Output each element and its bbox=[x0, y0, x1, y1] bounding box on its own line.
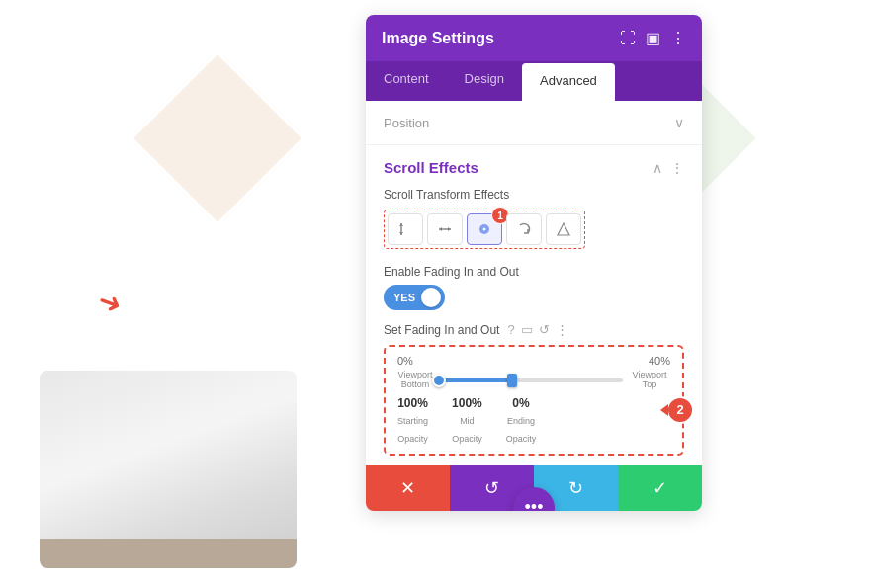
panel-tabs: Content Design Advanced bbox=[366, 61, 702, 101]
expand-icon[interactable]: ⛶ bbox=[620, 30, 636, 47]
transform-btn-vertical[interactable] bbox=[388, 213, 423, 245]
starting-opacity-item: 100% StartingOpacity bbox=[397, 396, 428, 446]
scroll-effects-controls: ∧ ⋮ bbox=[652, 160, 684, 176]
panel-body: Position ∨ Scroll Effects ∧ ⋮ Scroll Tra… bbox=[366, 101, 702, 511]
panel-title: Image Settings bbox=[382, 30, 494, 47]
slider-row: ViewportBottom ViewportTop bbox=[397, 371, 670, 390]
slider-start-percent: 0% bbox=[397, 355, 413, 367]
scroll-effects-header: Scroll Effects ∧ ⋮ bbox=[366, 145, 702, 184]
float-menu-icon: ••• bbox=[525, 497, 544, 511]
badge-2-container: 2 bbox=[666, 396, 694, 424]
fading-header: Set Fading In and Out ? ▭ ↺ ⋮ bbox=[384, 322, 684, 337]
fading-undo-icon[interactable]: ↺ bbox=[539, 322, 550, 337]
slider-track[interactable] bbox=[439, 378, 623, 382]
tab-content[interactable]: Content bbox=[366, 61, 447, 101]
fading-controls-box: 0% 40% ViewportBottom ViewportTop bbox=[384, 345, 684, 456]
enable-fading-section: Enable Fading In and Out YES bbox=[366, 259, 702, 318]
svg-point-4 bbox=[483, 228, 486, 231]
slider-fill bbox=[439, 378, 512, 382]
opacity-values-row: 100% StartingOpacity 100% MidOpacity 0% … bbox=[397, 396, 670, 446]
position-section[interactable]: Position ∨ bbox=[366, 101, 702, 145]
slider-labels: 0% 40% bbox=[397, 355, 670, 367]
transform-effects-section: Scroll Transform Effects 1 bbox=[366, 184, 702, 259]
mid-opacity-value: 100% bbox=[452, 396, 482, 410]
more-icon[interactable]: ⋮ bbox=[670, 29, 686, 47]
transform-buttons-group: 1 bbox=[384, 210, 585, 249]
fading-help-icon[interactable]: ? bbox=[507, 322, 514, 337]
cancel-button[interactable]: ✕ bbox=[366, 465, 450, 511]
tab-design[interactable]: Design bbox=[447, 61, 522, 101]
set-fading-label: Set Fading In and Out bbox=[384, 323, 499, 337]
collapse-icon[interactable]: ∧ bbox=[652, 160, 662, 176]
toggle-knob bbox=[421, 288, 441, 307]
panel-header-icons: ⛶ ▣ ⋮ bbox=[620, 29, 686, 47]
scroll-more-icon[interactable]: ⋮ bbox=[670, 160, 684, 176]
save-button[interactable]: ✓ bbox=[618, 465, 702, 511]
image-settings-panel: Image Settings ⛶ ▣ ⋮ Content Design Adva… bbox=[366, 15, 702, 511]
redo-icon: ↻ bbox=[568, 477, 583, 499]
position-label: Position bbox=[384, 116, 429, 130]
transform-buttons-row: 1 bbox=[384, 210, 684, 249]
fading-more-icon[interactable]: ⋮ bbox=[556, 322, 568, 337]
fading-header-controls: ? ▭ ↺ ⋮ bbox=[507, 322, 567, 337]
transform-btn-rotate[interactable] bbox=[506, 213, 542, 245]
transform-btn-opacity[interactable] bbox=[546, 213, 581, 245]
enable-fading-label: Enable Fading In and Out bbox=[384, 265, 684, 279]
mid-opacity-label: MidOpacity bbox=[452, 416, 482, 444]
svg-marker-5 bbox=[558, 223, 569, 235]
ending-opacity-value: 0% bbox=[506, 396, 537, 410]
cancel-icon: ✕ bbox=[400, 477, 415, 499]
viewport-bottom-label: ViewportBottom bbox=[397, 371, 433, 390]
transform-label: Scroll Transform Effects bbox=[384, 188, 684, 202]
ending-opacity-item: 0% EndingOpacity bbox=[506, 396, 537, 446]
save-icon: ✓ bbox=[652, 477, 667, 499]
position-chevron-icon: ∨ bbox=[674, 115, 684, 130]
starting-opacity-label: StartingOpacity bbox=[397, 416, 428, 444]
mid-opacity-item: 100% MidOpacity bbox=[452, 396, 482, 446]
fading-device-icon[interactable]: ▭ bbox=[521, 322, 533, 337]
slider-thumb-end[interactable] bbox=[507, 374, 517, 387]
scroll-effects-title: Scroll Effects bbox=[384, 159, 478, 176]
tab-advanced[interactable]: Advanced bbox=[522, 63, 615, 101]
badge-2: 2 bbox=[666, 396, 694, 424]
fading-toggle[interactable]: YES bbox=[384, 285, 445, 310]
panel-header: Image Settings ⛶ ▣ ⋮ bbox=[366, 15, 702, 61]
undo-icon: ↺ bbox=[484, 477, 499, 499]
pillow-image bbox=[40, 371, 297, 568]
transform-btn-horizontal[interactable] bbox=[427, 213, 463, 245]
action-bar: ✕ ↺ ↻ ✓ ••• bbox=[366, 465, 702, 511]
slider-thumb-start[interactable] bbox=[432, 374, 446, 387]
ending-opacity-label: EndingOpacity bbox=[506, 416, 537, 444]
starting-opacity-value: 100% bbox=[397, 396, 428, 410]
transform-btn-blur[interactable]: 1 bbox=[467, 213, 502, 245]
layout-icon[interactable]: ▣ bbox=[646, 29, 660, 47]
slider-end-percent: 40% bbox=[649, 355, 670, 367]
viewport-top-label: ViewportTop bbox=[629, 371, 670, 390]
toggle-yes-label: YES bbox=[388, 292, 421, 303]
set-fading-section: Set Fading In and Out ? ▭ ↺ ⋮ 0% 40% Vie… bbox=[366, 318, 702, 465]
